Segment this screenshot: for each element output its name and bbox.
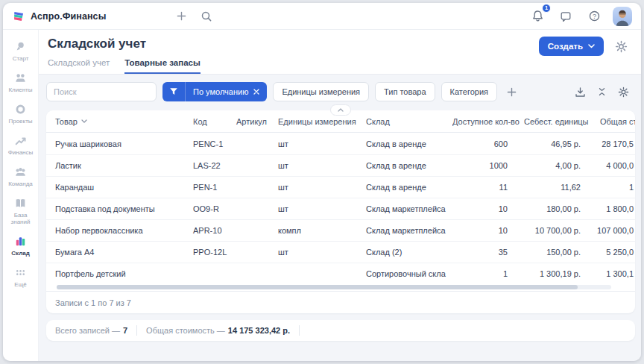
add-filter-icon[interactable]	[503, 84, 520, 100]
start-icon	[14, 40, 27, 53]
cell-total: 5 250,0	[591, 248, 635, 257]
sidebar-item-warehouse[interactable]: Склад	[4, 232, 38, 260]
table-row[interactable]: Карандаш PEN-1 шт Склад в аренде 11 11,6…	[46, 176, 635, 198]
cell-unit: шт	[269, 161, 357, 170]
cell-product: Портфель детский	[46, 269, 184, 278]
cell-qty: 35	[452, 248, 524, 257]
table-row[interactable]: Бумага А4 PPO-12L шт Склад (2) 35 150,00…	[46, 241, 635, 263]
app-name: Аспро.Финансы	[31, 11, 106, 22]
cell-code: LAS-22	[184, 161, 227, 170]
cell-unit: шт	[269, 183, 357, 192]
sidebar-item-start[interactable]: Старт	[4, 37, 38, 65]
filter-toolbar: По умолчанию Единицы измерения Тип товар…	[43, 81, 637, 101]
plus-icon[interactable]	[171, 7, 191, 26]
scrollbar-thumb[interactable]	[57, 285, 578, 289]
warehouse-icon	[14, 235, 27, 248]
table-row[interactable]: Ручка шариковая PENC-1 шт Склад в аренде…	[46, 133, 635, 154]
tab-warehouse-accounting[interactable]: Складской учет	[48, 58, 110, 74]
cell-product: Карандаш	[46, 183, 184, 192]
chat-icon[interactable]	[556, 7, 575, 26]
cell-unit: шт	[269, 204, 357, 213]
svg-text:?: ?	[592, 13, 596, 20]
scrollbar-track[interactable]	[57, 285, 611, 289]
column-header-units[interactable]: Единицы измерения	[269, 117, 357, 126]
download-icon[interactable]	[575, 87, 586, 98]
column-header-unit-cost[interactable]: Себест. единицы	[524, 117, 591, 126]
page-settings-icon[interactable]	[611, 37, 631, 56]
user-avatar[interactable]	[613, 7, 632, 26]
summary-bar: Всего записей — 7 Общая стоимость — 14 1…	[46, 320, 635, 341]
table-row[interactable]: Портфель детский Сортировочный скла 1 1 …	[46, 263, 635, 284]
cell-warehouse: Сортировочный скла	[357, 269, 452, 278]
default-filter-label: По умолчанию	[186, 87, 253, 96]
sidebar-item-label: Проекты	[8, 118, 32, 125]
tab-goods-stock[interactable]: Товарные запасы	[124, 58, 201, 74]
cell-warehouse: Склад (2)	[357, 248, 452, 257]
cell-unit-cost: 11,62	[524, 183, 591, 192]
table-row[interactable]: Набор первоклассника APR-10 компл Склад …	[46, 219, 635, 241]
collapse-pill-icon[interactable]	[330, 104, 351, 116]
app-window: Аспро.Финансы 1	[3, 3, 641, 361]
sidebar-item-projects[interactable]: Проекты	[4, 100, 38, 128]
search-input[interactable]	[46, 82, 157, 101]
sidebar-item-label: Склад	[11, 250, 30, 257]
column-header-code[interactable]: Код	[184, 117, 227, 126]
page-header: Складской учет Создать Складской учет То…	[39, 30, 641, 75]
table-row[interactable]: Подставка под документы OO9-R шт Склад м…	[46, 198, 635, 219]
sidebar-item-clients[interactable]: Клиенты	[4, 69, 38, 96]
cell-unit-cost: 1 300,19 р.	[524, 269, 591, 278]
filter-button-category[interactable]: Категория	[441, 82, 497, 101]
cell-warehouse: Склад маркетплейса	[357, 226, 452, 235]
create-button[interactable]: Создать	[539, 37, 604, 56]
default-filter-chip[interactable]: По умолчанию	[162, 82, 267, 101]
more-dots-icon	[14, 266, 27, 279]
topbar: Аспро.Финансы 1	[3, 3, 641, 30]
sort-chevron-icon	[81, 119, 87, 123]
team-icon	[14, 166, 27, 178]
table-row[interactable]: Ластик LAS-22 шт Склад в аренде 1000 4,0…	[46, 154, 635, 176]
filter-button-product-type[interactable]: Тип товара	[375, 82, 435, 101]
cell-unit-cost: 4,00 р.	[524, 161, 591, 170]
column-header-product[interactable]: Товар	[46, 117, 184, 126]
bell-icon[interactable]: 1	[528, 7, 547, 26]
cell-total: 1	[591, 183, 635, 192]
collapse-rows-icon[interactable]	[597, 87, 607, 97]
column-header-warehouse[interactable]: Склад	[357, 117, 452, 126]
total-records-label: Всего записей —	[55, 326, 120, 335]
knowledge-icon	[14, 197, 27, 210]
column-header-article[interactable]: Артикул	[227, 117, 269, 126]
divider	[299, 325, 300, 336]
cell-code: PENC-1	[184, 139, 227, 148]
cell-unit: шт	[269, 248, 357, 257]
total-cost-value: 14 175 323,42 р.	[228, 326, 290, 335]
cell-product: Бумага А4	[46, 248, 184, 257]
filter-button-units[interactable]: Единицы измерения	[273, 82, 369, 101]
projects-icon	[14, 103, 27, 116]
column-header-available-qty[interactable]: Доступное кол-во	[452, 117, 524, 126]
close-icon[interactable]	[253, 89, 267, 95]
help-icon[interactable]: ?	[584, 7, 604, 26]
cell-product: Ластик	[46, 161, 184, 170]
cell-unit-cost: 150,00 р.	[524, 248, 591, 257]
main-area: Складской учет Создать Складской учет То…	[39, 30, 641, 361]
column-header-total-cost[interactable]: Общая стоимость	[591, 117, 635, 126]
cell-product: Набор первоклассника	[46, 226, 184, 235]
sidebar-item-label: Старт	[13, 55, 29, 62]
cell-qty: 10	[452, 204, 524, 213]
total-cost-label: Общая стоимость —	[146, 326, 225, 335]
search-icon[interactable]	[197, 7, 216, 26]
sidebar-item-knowledge-base[interactable]: База знаний	[4, 194, 38, 228]
cell-unit: шт	[269, 139, 357, 148]
sidebar-item-label: Клиенты	[8, 87, 32, 93]
finance-icon	[14, 134, 27, 147]
table-settings-icon[interactable]	[618, 87, 629, 98]
sidebar-item-more[interactable]: Ещё	[4, 263, 38, 291]
create-button-label: Создать	[548, 42, 583, 51]
sidebar-item-finance[interactable]: Финансы	[4, 131, 38, 159]
cell-code: PEN-1	[184, 183, 227, 192]
cell-warehouse: Склад маркетплейса	[357, 204, 452, 213]
app-logo	[12, 10, 25, 23]
records-info: Записи с 1 по 7 из 7	[46, 291, 635, 313]
sidebar-item-team[interactable]: Команда	[4, 163, 38, 190]
chevron-down-icon	[588, 44, 595, 48]
